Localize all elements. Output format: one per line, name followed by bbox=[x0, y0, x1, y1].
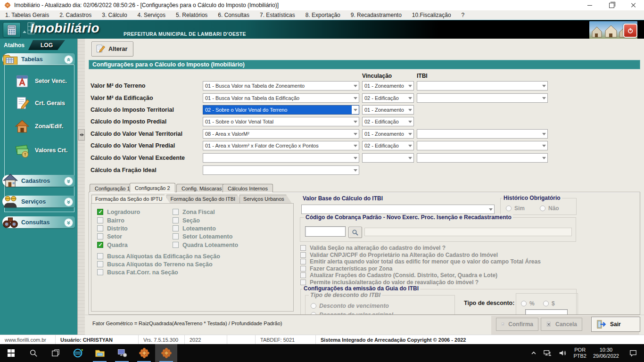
checkbox-icon[interactable] bbox=[97, 269, 103, 275]
vinculacao-combobox[interactable]: 02 - Edificação bbox=[362, 117, 414, 126]
calculo-venal-territorial-combobox[interactable]: 08 - Area x ValorM² bbox=[203, 129, 359, 139]
chevron-down-icon[interactable] bbox=[406, 106, 413, 114]
chevron-down-icon[interactable] bbox=[352, 141, 359, 150]
sidebar-atalhos-label[interactable]: Atalhos bbox=[4, 42, 25, 49]
checkbox-busca-fatcorr[interactable]: Busca Fat.Corr. na Seção bbox=[97, 269, 178, 276]
checkbox-valida-cnpj-cpf[interactable]: Validar CNPJ/CPF do Proprietário na Alte… bbox=[300, 251, 498, 258]
sidebar-item-valores-crt[interactable]: Valores Crt. bbox=[14, 142, 67, 159]
search-lookup-button[interactable] bbox=[348, 227, 362, 238]
menu-fiscalizacao[interactable]: 10.Fiscalização bbox=[407, 10, 456, 20]
vinculacao-combobox[interactable] bbox=[362, 153, 414, 163]
internet-explorer-icon[interactable] bbox=[66, 344, 89, 362]
sidebar-group-tabelas[interactable]: Tabelas bbox=[2, 53, 75, 65]
action-center-button[interactable] bbox=[622, 344, 644, 362]
chevron-down-icon[interactable] bbox=[352, 94, 359, 102]
chevron-down-icon[interactable] bbox=[352, 106, 359, 114]
chevron-down-icon[interactable] bbox=[487, 205, 494, 214]
checkbox-icon[interactable] bbox=[300, 259, 306, 264]
confirma-button[interactable]: Confirma bbox=[496, 318, 538, 331]
alterar-button[interactable]: Alterar bbox=[91, 41, 133, 57]
chevron-down-icon[interactable] bbox=[352, 82, 359, 90]
chevron-down-icon[interactable] bbox=[352, 154, 359, 162]
subtab-servicos-urbanos[interactable]: Serviços Urbanos bbox=[239, 195, 292, 203]
checkbox-quadra-loteamento[interactable]: Quadra Loteamento bbox=[173, 241, 238, 248]
vinculacao-combobox[interactable]: 01 - Zoneamento bbox=[362, 105, 414, 115]
chevron-down-icon[interactable] bbox=[540, 82, 547, 90]
checkbox-icon[interactable] bbox=[300, 266, 306, 272]
vinculacao-combobox[interactable]: 02 - Edificação bbox=[362, 93, 414, 103]
checkbox-icon[interactable] bbox=[300, 252, 306, 258]
checkbox-logradouro[interactable]: Logradouro bbox=[97, 208, 140, 215]
calculo-fracao-ideal-combobox[interactable] bbox=[203, 165, 359, 175]
menu-cadastros[interactable]: 2. Cadastros bbox=[54, 10, 97, 20]
radio-icon[interactable] bbox=[543, 301, 549, 306]
expand-consultas-button[interactable] bbox=[64, 218, 73, 227]
codigo-cobranca-input[interactable] bbox=[305, 226, 346, 237]
checkbox-distrito[interactable]: Distrito bbox=[97, 225, 128, 232]
calculo-imposto-predial-combobox[interactable]: 01 - Sobre o Valor Venal Total bbox=[203, 117, 359, 126]
radio-icon[interactable] bbox=[311, 303, 316, 309]
chevron-down-icon[interactable] bbox=[406, 130, 413, 138]
cancela-button[interactable]: Cancela bbox=[541, 318, 582, 331]
valor-m2-terreno-combobox[interactable]: 01 - Busca Valor na Tabela de Zoneamento bbox=[203, 81, 359, 90]
valor-base-itbi-combobox[interactable] bbox=[301, 205, 495, 214]
checkbox-busca-aliquotas-terreno[interactable]: Busca Alíquotas do Terreno na Seção bbox=[97, 261, 213, 268]
itbi-combobox[interactable] bbox=[417, 141, 548, 150]
menu-estatisticas[interactable]: 7. Estatísticas bbox=[255, 10, 300, 20]
calculo-venal-predial-combobox[interactable]: 01 - Area x Valorm² x Fator de Correção … bbox=[203, 141, 359, 150]
checkbox-busca-aliquotas-edificacao[interactable]: Busca Alíquotas da Edificação na Seção bbox=[97, 253, 220, 260]
power-button[interactable] bbox=[623, 24, 637, 38]
checkbox-icon[interactable] bbox=[173, 225, 179, 231]
collapse-tabelas-button[interactable] bbox=[64, 55, 73, 64]
system-app-icon[interactable] bbox=[111, 344, 133, 362]
vinculacao-combobox[interactable]: 01 - Zoneamento bbox=[362, 81, 414, 90]
calculo-venal-excedente-combobox[interactable] bbox=[203, 153, 359, 163]
radio-desconto-vencimento[interactable]: Desconto de vencimento bbox=[311, 302, 389, 309]
itbi-combobox[interactable] bbox=[417, 81, 548, 90]
chevron-down-icon[interactable] bbox=[540, 154, 547, 162]
expand-cadastros-button[interactable] bbox=[64, 177, 73, 186]
itbi-combobox[interactable] bbox=[417, 129, 548, 139]
menu-servicos[interactable]: 4. Serviços bbox=[132, 10, 171, 20]
checkbox-valida-secao[interactable]: Valida Seção na alteração do cadastro do… bbox=[300, 244, 446, 251]
radio-desconto-percent[interactable]: % bbox=[521, 300, 535, 307]
fiorilli-app-icon-active[interactable] bbox=[155, 344, 177, 362]
checkbox-icon[interactable] bbox=[97, 261, 103, 267]
task-view-button[interactable] bbox=[44, 344, 66, 362]
tray-volume-icon[interactable] bbox=[555, 344, 570, 362]
checkbox-secao[interactable]: Seção bbox=[173, 217, 200, 224]
menu-recadastramento[interactable]: 9. Recadastramento bbox=[346, 10, 407, 20]
tray-network-icon[interactable] bbox=[540, 344, 555, 362]
tray-show-hidden-icons[interactable] bbox=[528, 344, 540, 362]
file-explorer-icon[interactable] bbox=[89, 344, 111, 362]
checkbox-bairro[interactable]: Bairro bbox=[97, 217, 124, 224]
minimize-button[interactable] bbox=[579, 0, 601, 10]
checkbox-emitir-alerta[interactable]: Emitir alerta quando valor total das edi… bbox=[300, 258, 541, 265]
menu-tabelas-gerais[interactable]: 1. Tabelas Gerais bbox=[0, 10, 54, 20]
checkbox-icon[interactable] bbox=[300, 272, 306, 278]
chevron-down-icon[interactable] bbox=[406, 117, 413, 126]
checkbox-checked-icon[interactable] bbox=[97, 209, 103, 215]
tab-calculos-internos[interactable]: Cálculos Internos bbox=[223, 184, 273, 192]
chevron-down-icon[interactable] bbox=[406, 154, 413, 162]
sidebar-group-consultas[interactable]: Consultas bbox=[2, 216, 75, 228]
radio-desconto-money[interactable]: $ bbox=[543, 300, 555, 307]
sidebar-item-setor-venc[interactable]: Setor Venc. bbox=[14, 73, 67, 90]
valor-m2-edificacao-combobox[interactable]: 01 - Busca Valor na Tabela da Edificação bbox=[203, 93, 359, 103]
chevron-down-icon[interactable] bbox=[540, 130, 547, 138]
chevron-down-icon[interactable] bbox=[352, 130, 359, 138]
checkbox-zona-fiscal[interactable]: Zona Fiscal bbox=[173, 208, 215, 215]
radio-historico-nao[interactable]: Não bbox=[540, 205, 559, 212]
sair-button[interactable]: Sair bbox=[591, 317, 640, 332]
chevron-down-icon[interactable] bbox=[352, 166, 359, 174]
expand-servicos-button[interactable] bbox=[64, 197, 73, 206]
start-button[interactable] bbox=[0, 344, 22, 362]
checkbox-icon[interactable] bbox=[97, 217, 103, 223]
tray-language-indicator[interactable]: PORPTB2 bbox=[570, 344, 590, 362]
radio-icon[interactable] bbox=[521, 301, 527, 306]
taskbar-search-button[interactable] bbox=[22, 344, 44, 362]
checkbox-caracteristicas-zona[interactable]: Fazer Características por Zona bbox=[300, 265, 392, 272]
menu-consultas[interactable]: 6. Consultas bbox=[213, 10, 255, 20]
radio-historico-sim[interactable]: Sim bbox=[506, 205, 525, 212]
calculo-imposto-territorial-combobox[interactable]: 02 - Sobre o Valor Venal do Terreno bbox=[203, 105, 359, 115]
